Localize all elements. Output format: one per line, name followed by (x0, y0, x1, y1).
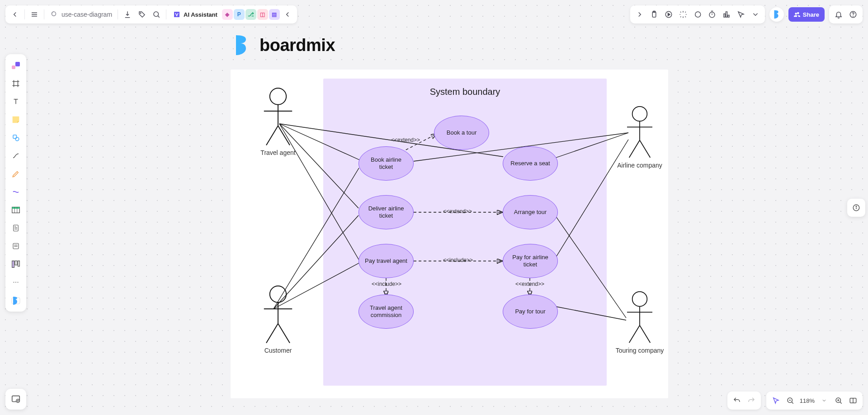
boundary-title: System boundary (323, 87, 607, 97)
cursor-mode-button[interactable] (769, 394, 783, 407)
tool-rail (5, 54, 26, 312)
share-button[interactable]: Share (788, 7, 825, 22)
svg-rect-40 (15, 261, 17, 265)
uc-pay-for-tour[interactable]: Pay for tour (503, 294, 558, 329)
uc-arrange-tour[interactable]: Arrange tour (503, 195, 558, 229)
svg-line-91 (629, 140, 640, 158)
timer-button[interactable] (705, 8, 719, 21)
doc-title-text: use-case-diagram (61, 11, 112, 18)
table-tool[interactable] (8, 202, 24, 218)
ai-chat-chip[interactable]: ▤ (269, 9, 280, 20)
label-include-2: <<include>> (372, 281, 401, 287)
back-button[interactable] (8, 8, 22, 21)
ai-mindmap-chip[interactable]: ⎇ (245, 9, 256, 20)
actor-travel-agent[interactable]: Travel agent (249, 88, 307, 157)
menu-button[interactable] (28, 8, 41, 21)
svg-rect-39 (12, 261, 14, 268)
svg-point-17 (853, 16, 854, 16)
actor-customer-label: Customer (249, 347, 307, 354)
pointer-top-button[interactable] (734, 8, 748, 21)
more-top-button[interactable] (749, 8, 762, 21)
svg-line-96 (629, 326, 640, 343)
svg-point-44 (17, 282, 18, 283)
ai-image-chip[interactable]: ◆ (222, 9, 233, 20)
label-extend-2: <<extend>> (443, 208, 472, 214)
svg-point-93 (632, 292, 647, 307)
list-tool[interactable] (8, 238, 24, 254)
uc-reserve-seat[interactable]: Reserve a seat (503, 146, 558, 181)
ai-assistant-label: AI Assistant (184, 11, 217, 18)
uc-book-airline[interactable]: Book airline ticket (359, 146, 414, 181)
label-include-1: <<include>> (443, 257, 473, 263)
actor-touring-label: Touring company (613, 347, 667, 354)
connector-tool[interactable] (8, 148, 24, 163)
svg-line-5 (158, 16, 159, 17)
play-button[interactable] (662, 8, 675, 21)
svg-marker-9 (668, 13, 670, 16)
clipboard-button[interactable] (647, 8, 661, 21)
comment-top-button[interactable] (691, 8, 704, 21)
text-tool[interactable] (8, 94, 24, 109)
download-button[interactable] (121, 8, 134, 21)
brand-name: boardmix (259, 36, 335, 55)
svg-rect-19 (15, 62, 20, 66)
uc-deliver-airline[interactable]: Deliver airline ticket (359, 195, 414, 229)
zoom-out-button[interactable] (783, 394, 797, 407)
document-name[interactable]: use-case-diagram (47, 10, 115, 19)
effects-button[interactable] (676, 8, 690, 21)
svg-point-78 (270, 88, 286, 104)
expand-right-button[interactable] (633, 8, 646, 21)
uc-travel-agent-commission[interactable]: Travel agent commission (359, 294, 414, 329)
zoom-in-button[interactable] (832, 394, 845, 407)
svg-point-42 (13, 282, 14, 283)
svg-line-54 (792, 402, 793, 403)
svg-point-48 (18, 401, 19, 401)
library-button[interactable] (5, 389, 26, 410)
vote-button[interactable] (720, 8, 733, 21)
svg-point-4 (154, 12, 159, 17)
brand-logo: boardmix (231, 34, 335, 56)
minimap-button[interactable] (846, 394, 860, 407)
zoom-dropdown[interactable] (817, 394, 831, 407)
redo-button[interactable] (745, 394, 758, 407)
mindmap-tool[interactable] (8, 184, 24, 200)
svg-point-43 (15, 282, 16, 283)
uc-book-tour[interactable]: Book a tour (434, 116, 489, 150)
notifications-button[interactable] (832, 8, 845, 21)
templates-tool[interactable] (8, 293, 24, 308)
svg-point-3 (140, 13, 141, 14)
shape-tool[interactable] (8, 130, 24, 145)
document-tool[interactable] (8, 220, 24, 236)
ai-diagram-chip[interactable]: ◫ (257, 9, 268, 20)
actor-customer[interactable]: Customer (249, 285, 307, 354)
sticky-note-tool[interactable] (8, 112, 24, 127)
info-button[interactable] (847, 199, 865, 217)
collapse-ai-button[interactable] (281, 8, 294, 21)
actor-touring-company[interactable]: Touring company (613, 291, 667, 354)
svg-rect-14 (726, 12, 727, 17)
ai-assistant-button[interactable]: AI Assistant (169, 10, 221, 19)
label-extend-1: <<extend>> (391, 137, 420, 143)
svg-line-97 (640, 326, 650, 343)
more-tools[interactable] (8, 275, 24, 290)
frame-tool[interactable] (8, 76, 24, 91)
zoom-value[interactable]: 118% (798, 397, 816, 404)
svg-rect-32 (14, 225, 19, 231)
uc-pay-travel-agent[interactable]: Pay travel agent (359, 244, 414, 278)
ai-present-chip[interactable]: P (234, 9, 245, 20)
search-button[interactable] (150, 8, 163, 21)
svg-point-51 (856, 206, 857, 207)
tag-button[interactable] (135, 8, 149, 21)
select-tool[interactable] (8, 58, 24, 73)
help-button[interactable] (846, 8, 860, 21)
svg-line-82 (278, 126, 290, 145)
brand-badge[interactable] (769, 7, 784, 22)
label-extend-3: <<extend>> (515, 281, 544, 287)
kanban-tool[interactable] (8, 256, 24, 272)
actor-airline-company[interactable]: Airline company (613, 106, 667, 169)
uc-pay-airline[interactable]: Pay for airline ticket (503, 244, 558, 278)
pen-tool[interactable] (8, 166, 24, 182)
undo-button[interactable] (730, 394, 744, 407)
diagram-board[interactable]: System boundary Book a tour (231, 70, 668, 398)
svg-line-92 (640, 140, 650, 158)
